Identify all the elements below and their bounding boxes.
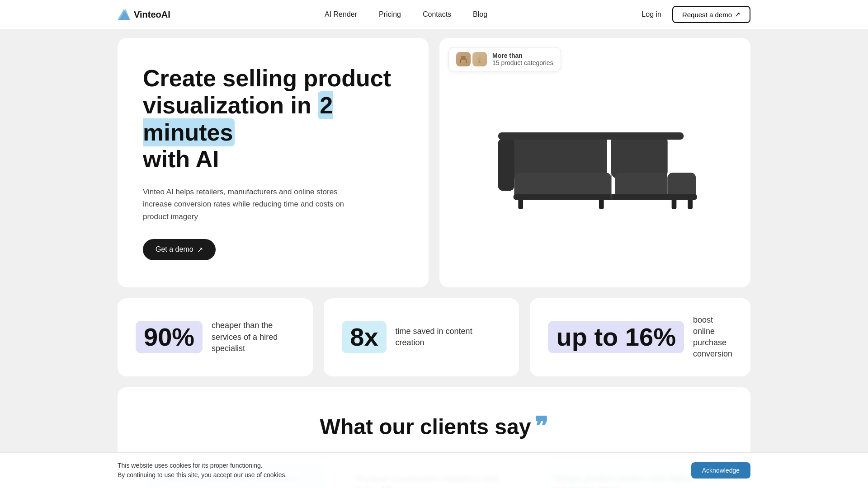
logo-icon (118, 9, 130, 20)
hero-subtitle: Vinteo AI helps retailers, manufacturers… (143, 186, 360, 223)
stats-section: 90% cheaper than the services of a hired… (118, 298, 750, 376)
cookie-banner: This website uses cookies for its proper… (0, 452, 868, 488)
svg-rect-5 (461, 56, 466, 60)
clients-header: What our clients say ❞ (143, 414, 725, 439)
svg-rect-3 (460, 60, 461, 63)
arrow-icon: ↗ (735, 10, 741, 19)
nav-blog[interactable]: Blog (473, 10, 487, 18)
svg-rect-11 (498, 138, 514, 191)
stat-number-0: 90% (136, 321, 203, 353)
arrow-right-icon: ↗ (197, 245, 203, 254)
badge-more-text: More than (492, 52, 553, 59)
clients-title: What our clients say ❞ (320, 414, 548, 439)
acknowledge-button[interactable]: Acknowledge (691, 462, 750, 479)
sofa-svg (482, 99, 708, 226)
nav-pricing[interactable]: Pricing (379, 10, 401, 18)
nav-actions: Log in Request a demo ↗ (642, 6, 750, 23)
hero-title: Create selling product visualization in … (143, 65, 403, 173)
navbar: VinteoAI AI Render Pricing Contacts Blog… (0, 0, 868, 29)
svg-rect-21 (498, 132, 684, 140)
get-demo-button[interactable]: Get a demo ↗ (143, 239, 216, 260)
badge-categories-text: 15 product categories (492, 59, 553, 66)
stat-card-2: up to 16% boost online purchase conversi… (530, 298, 750, 376)
badge-image-group (456, 52, 487, 66)
stat-desc-1: time saved in content creation (396, 326, 501, 348)
sofa-illustration (439, 38, 750, 287)
badge-image-2 (472, 52, 487, 66)
main-content: Create selling product visualization in … (0, 29, 868, 488)
hero-left-panel: Create selling product visualization in … (118, 38, 429, 287)
login-link[interactable]: Log in (642, 10, 661, 19)
badge-image-1 (456, 52, 471, 66)
logo-text: VinteoAI (134, 9, 170, 20)
stat-card-0: 90% cheaper than the services of a hired… (118, 298, 313, 376)
svg-marker-6 (477, 56, 482, 60)
stat-number-2: up to 16% (548, 321, 684, 353)
svg-rect-9 (506, 134, 607, 178)
hero-section: Create selling product visualization in … (118, 38, 750, 287)
nav-links: AI Render Pricing Contacts Blog (325, 10, 487, 19)
request-demo-button[interactable]: Request a demo ↗ (672, 6, 750, 23)
svg-rect-10 (611, 134, 668, 178)
nav-ai-render[interactable]: AI Render (325, 10, 357, 18)
hero-right-panel: More than 15 product categories (439, 38, 750, 287)
svg-rect-8 (478, 62, 481, 63)
badge-text: More than 15 product categories (492, 52, 553, 66)
stat-desc-2: boost online purchase conversion (693, 314, 732, 360)
logo[interactable]: VinteoAI (118, 9, 170, 20)
nav-contacts[interactable]: Contacts (423, 10, 451, 18)
svg-rect-19 (514, 194, 697, 200)
cookie-text: This website uses cookies for its proper… (118, 461, 287, 480)
svg-rect-4 (466, 60, 467, 63)
svg-rect-7 (479, 60, 480, 62)
product-categories-badge: More than 15 product categories (448, 47, 561, 71)
quote-decoration-icon: ❞ (534, 417, 548, 437)
stat-desc-0: cheaper than the services of a hired spe… (212, 320, 295, 354)
stat-card-1: 8x time saved in content creation (324, 298, 519, 376)
stat-number-1: 8x (342, 321, 386, 353)
